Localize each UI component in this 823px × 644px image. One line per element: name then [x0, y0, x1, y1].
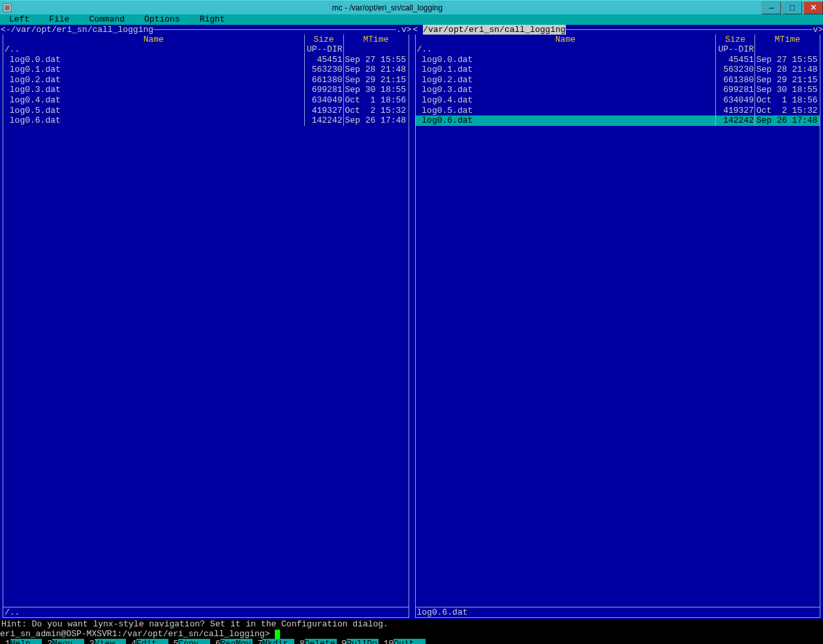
file-row[interactable]: log0.5.dat419327Oct 2 15:32	[3, 106, 409, 116]
minimize-button[interactable]: –	[762, 1, 781, 14]
col-size-header[interactable]: Size	[716, 35, 755, 44]
menu-options[interactable]: Options	[138, 14, 193, 25]
hint-line: Hint: Do you want lynx-style navigation?…	[0, 619, 823, 629]
right-status: log0.6.dat	[415, 607, 821, 618]
left-column-headers: Name Size MTime	[3, 35, 409, 44]
fkey-8[interactable]: 8Delete	[294, 639, 336, 644]
menu-file[interactable]: File	[42, 14, 82, 25]
file-row[interactable]: log0.2.dat661380Sep 29 21:15	[416, 75, 820, 85]
close-button[interactable]: ✕	[803, 1, 823, 14]
menu-left[interactable]: Left	[3, 14, 42, 25]
file-row[interactable]: log0.0.dat45451Sep 27 15:55	[416, 55, 820, 65]
right-file-list[interactable]: /..UP--DIR log0.0.dat45451Sep 27 15:55 l…	[415, 44, 821, 607]
col-name-header[interactable]: Name	[3, 35, 305, 44]
fkey-2[interactable]: 2Menu	[42, 639, 84, 644]
cursor-icon	[275, 630, 280, 639]
file-row[interactable]: log0.1.dat563230Sep 28 21:48	[416, 65, 820, 75]
file-row[interactable]: log0.6.dat142242Sep 26 17:48	[416, 115, 820, 126]
fkey-9[interactable]: 9PullDn	[337, 639, 379, 644]
file-row[interactable]: log0.4.dat634049Oct 1 18:56	[416, 95, 820, 106]
main-panels: <-/var/opt/eri_sn/call_logging .v> Name …	[0, 25, 823, 619]
fkey-3[interactable]: 3View	[84, 639, 126, 644]
menu-right[interactable]: Right	[193, 14, 238, 25]
maximize-button[interactable]: □	[783, 1, 802, 14]
updir-row[interactable]: /..UP--DIR	[3, 44, 409, 55]
app-icon	[0, 1, 14, 15]
col-mtime-header[interactable]: MTime	[344, 35, 409, 44]
fkey-7[interactable]: 7Mkdir	[253, 639, 294, 644]
fkey-6[interactable]: 6RenMov	[210, 639, 252, 644]
file-row[interactable]: log0.1.dat563230Sep 28 21:48	[3, 65, 409, 75]
left-panel[interactable]: <-/var/opt/eri_sn/call_logging .v> Name …	[0, 25, 412, 619]
window-titlebar: mc - /var/opt/eri_sn/call_logging – □ ✕	[0, 0, 823, 14]
fkey-5[interactable]: 5Copy	[168, 639, 210, 644]
file-row[interactable]: log0.0.dat45451Sep 27 15:55	[3, 55, 409, 65]
svg-rect-1	[5, 5, 10, 10]
menu-command[interactable]: Command	[82, 14, 138, 25]
file-row[interactable]: log0.6.dat142242Sep 26 17:48	[3, 115, 409, 126]
right-panel-path: < /var/opt/eri_sn/call_logging	[413, 25, 566, 35]
updir-row[interactable]: /..UP--DIR	[416, 44, 820, 55]
left-file-list[interactable]: /..UP--DIR log0.0.dat45451Sep 27 15:55 l…	[3, 44, 409, 607]
file-row[interactable]: log0.3.dat699281Sep 30 18:55	[416, 85, 820, 95]
window-title: mc - /var/opt/eri_sn/call_logging	[14, 3, 760, 12]
fkey-1[interactable]: 1Help	[0, 639, 42, 644]
right-panel[interactable]: < /var/opt/eri_sn/call_logging v> Name S…	[412, 25, 824, 619]
fkey-4[interactable]: 4Edit	[126, 639, 168, 644]
console-area: Hint: Do you want lynx-style navigation?…	[0, 619, 823, 644]
col-name-header[interactable]: Name	[415, 35, 717, 44]
left-status: /..	[3, 607, 409, 618]
file-row[interactable]: log0.5.dat419327Oct 2 15:32	[416, 106, 820, 116]
right-panel-tag: v>	[813, 25, 823, 35]
shell-prompt: eri_sn_admin@OSP-MXSVR1:/var/opt/eri_sn/…	[0, 629, 270, 639]
fkey-10[interactable]: 10Quit	[379, 639, 426, 644]
file-row[interactable]: log0.3.dat699281Sep 30 18:55	[3, 85, 409, 95]
file-row[interactable]: log0.4.dat634049Oct 1 18:56	[3, 95, 409, 106]
shell-prompt-line[interactable]: eri_sn_admin@OSP-MXSVR1:/var/opt/eri_sn/…	[0, 629, 823, 639]
function-key-bar: 1Help 2Menu 3View 4Edit 5Copy 6RenMov 7M…	[0, 639, 823, 644]
left-panel-path: <-/var/opt/eri_sn/call_logging	[1, 25, 153, 35]
right-column-headers: Name Size MTime	[415, 35, 821, 44]
file-row[interactable]: log0.2.dat661380Sep 29 21:15	[3, 75, 409, 85]
col-mtime-header[interactable]: MTime	[755, 35, 820, 44]
left-panel-tag: .v>	[396, 25, 411, 35]
menubar: Left File Command Options Right	[0, 14, 823, 25]
col-size-header[interactable]: Size	[305, 35, 344, 44]
